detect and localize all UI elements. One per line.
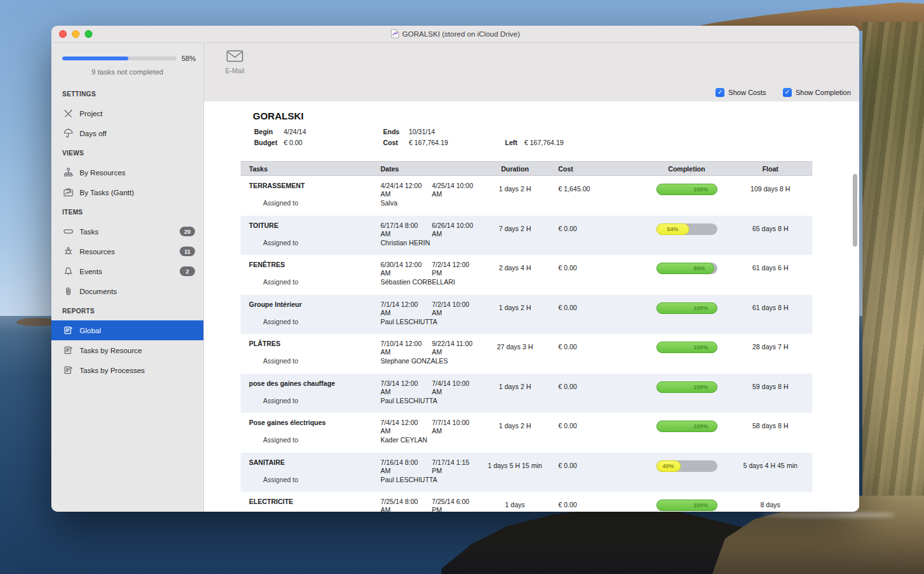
sidebar-section-reports: REPORTS xyxy=(51,301,203,320)
completion-percent: 54% xyxy=(657,226,689,232)
minimize-button[interactable] xyxy=(72,30,80,38)
completion-percent: 100% xyxy=(693,305,708,311)
task-name: PLÂTRES xyxy=(249,340,373,348)
task-duration: 1 days 5 H 15 min xyxy=(484,453,545,492)
sidebar-section-settings: SETTINGS xyxy=(51,84,203,103)
checkbox-label: Show Completion xyxy=(796,89,851,96)
assignee-name: Kader CEYLAN xyxy=(375,436,484,444)
task-end-date: 7/2/14 12:00 PM xyxy=(432,261,479,277)
org-chart-icon xyxy=(62,167,74,178)
task-start-date: 4/24/14 12:00 AM xyxy=(381,182,428,198)
table-row[interactable]: Pose gaines électriquesAssigned to7/4/14… xyxy=(241,413,812,453)
completion-pill: 100% xyxy=(656,500,717,511)
task-duration: 1 days 2 H xyxy=(484,176,545,216)
app-window: GORALSKI (stored on iCloud Drive) 58% 9 … xyxy=(51,26,859,512)
task-float: 59 days 8 H xyxy=(728,374,812,413)
task-cost: € 0.00 xyxy=(545,334,645,374)
task-duration: 1 days 2 H xyxy=(484,374,545,413)
sidebar-item-tasks-by-processes[interactable]: Tasks by Processes xyxy=(51,360,203,380)
task-float: 61 days 8 H xyxy=(728,295,812,335)
task-pill-icon xyxy=(62,226,74,238)
completion-pill: 100% xyxy=(656,302,717,314)
sidebar-item-label: By Tasks (Gantt) xyxy=(80,189,134,196)
count-badge: 20 xyxy=(180,227,195,236)
task-cost: € 0.00 xyxy=(545,374,645,413)
table-row[interactable]: FENÊTRESAssigned to6/30/14 12:00 AM7/2/1… xyxy=(241,255,812,295)
task-float: 61 days 6 H xyxy=(728,255,812,295)
checkbox-show-costs[interactable]: ✓Show Costs xyxy=(715,88,766,97)
completion-pill: 100% xyxy=(656,381,717,393)
task-duration: 1 days 2 H xyxy=(484,295,545,335)
project-icon xyxy=(62,108,74,119)
zoom-button[interactable] xyxy=(85,30,92,38)
column-header-tasks: Tasks xyxy=(241,165,375,173)
task-start-date: 6/30/14 12:00 AM xyxy=(381,261,428,277)
sidebar-item-tasks-by-resource[interactable]: Tasks by Resource xyxy=(51,340,203,360)
table-row[interactable]: PLÂTRESAssigned to7/10/14 12:00 AM9/22/1… xyxy=(241,334,812,374)
assigned-to-label: Assigned to xyxy=(249,436,373,444)
table-row[interactable]: SANITAIREAssigned to7/16/14 8:00 AM7/17/… xyxy=(241,453,812,492)
assignee-name: Salva xyxy=(375,199,484,207)
task-name: Pose gaines électriques xyxy=(249,419,373,427)
task-name: Groupe Intérieur xyxy=(249,300,373,309)
task-cost: € 0.00 xyxy=(545,492,645,512)
sidebar-item-project[interactable]: Project xyxy=(51,103,203,123)
checkbox-show-completion[interactable]: ✓Show Completion xyxy=(783,88,851,97)
tasks-table: Tasks Dates Duration Cost Completion Flo… xyxy=(241,161,812,512)
sidebar-item-label: Tasks by Processes xyxy=(80,367,145,374)
table-row[interactable]: ELECTRICITE7/25/14 8:00 AM7/25/14 6:00 P… xyxy=(241,492,812,512)
task-float: 58 days 8 H xyxy=(728,413,812,453)
report-icon xyxy=(62,365,74,376)
task-float: 28 days 7 H xyxy=(728,334,812,374)
completion-pill: 100% xyxy=(656,342,717,353)
assigned-to-label: Assigned to xyxy=(249,199,373,207)
task-start-date: 7/25/14 8:00 AM xyxy=(381,498,428,512)
sidebar-item-tasks[interactable]: Tasks20 xyxy=(51,222,203,241)
task-duration: 27 days 3 H xyxy=(484,334,545,374)
sidebar-item-by-resources[interactable]: By Resources xyxy=(51,162,203,182)
sidebar-item-documents[interactable]: Documents xyxy=(51,281,203,301)
report-begin: Begin4/24/14 xyxy=(254,126,383,137)
report-icon xyxy=(62,325,74,336)
table-row[interactable]: Groupe IntérieurAssigned to7/1/14 12:00 … xyxy=(241,295,812,335)
sidebar: 58% 9 tasks not completed SETTINGSProjec… xyxy=(51,43,204,512)
count-badge: 11 xyxy=(180,247,195,256)
task-duration: 7 days 2 H xyxy=(484,216,545,256)
task-float: 109 days 8 H xyxy=(728,176,812,216)
email-button[interactable]: E-Mail xyxy=(218,50,252,74)
close-button[interactable] xyxy=(59,30,67,38)
sidebar-item-label: Tasks xyxy=(80,228,98,236)
vertical-scrollbar[interactable] xyxy=(853,174,857,247)
report-info: Begin4/24/14 Ends10/31/14 Budget€ 0.00 C… xyxy=(241,126,812,148)
task-start-date: 7/4/14 12:00 AM xyxy=(381,419,428,435)
assignee-name: Paul LESCHIUTTA xyxy=(375,318,484,326)
title-bar[interactable]: GORALSKI (stored on iCloud Drive) xyxy=(51,26,859,43)
task-cost: € 0.00 xyxy=(545,216,645,256)
table-row[interactable]: pose des gaines chauffageAssigned to7/3/… xyxy=(241,374,812,413)
sidebar-item-global[interactable]: Global xyxy=(51,320,203,340)
sidebar-item-by-tasks-gantt[interactable]: By Tasks (Gantt) xyxy=(51,182,203,202)
report-title: GORALSKI xyxy=(241,110,812,121)
wallpaper-cliff xyxy=(862,22,924,574)
umbrella-icon xyxy=(62,128,74,139)
sidebar-item-days-off[interactable]: Days off xyxy=(51,123,203,143)
table-row[interactable]: TERRASSEMENTAssigned to4/24/14 12:00 AM4… xyxy=(241,176,812,216)
completion-percent: 40% xyxy=(657,463,680,469)
task-name: FENÊTRES xyxy=(249,261,373,269)
toolbar: E-Mail ✓Show Costs✓Show Completion xyxy=(204,43,859,101)
sidebar-item-resources[interactable]: Resources11 xyxy=(51,241,203,261)
task-duration: 1 days xyxy=(484,492,545,512)
task-start-date: 7/1/14 12:00 AM xyxy=(381,300,428,317)
assignee-name: Sébastien CORBELLARI xyxy=(375,278,484,286)
task-start-date: 7/10/14 12:00 AM xyxy=(381,340,428,356)
completion-percent: 100% xyxy=(693,186,708,193)
sidebar-item-events[interactable]: Events2 xyxy=(51,261,203,281)
assignee-name: Stephane GONZALES xyxy=(375,357,484,365)
wallpaper-surf xyxy=(761,512,896,517)
sidebar-section-views: VIEWS xyxy=(51,143,203,162)
report-cost: Cost€ 167,764.19 xyxy=(383,137,505,148)
task-end-date: 9/22/14 11:00 AM xyxy=(432,340,479,356)
task-end-date: 7/25/14 6:00 PM xyxy=(432,498,479,512)
assignee-name: Paul LESCHIUTTA xyxy=(375,397,484,405)
table-row[interactable]: TOITUREAssigned to6/17/14 8:00 AM6/26/14… xyxy=(241,216,812,256)
